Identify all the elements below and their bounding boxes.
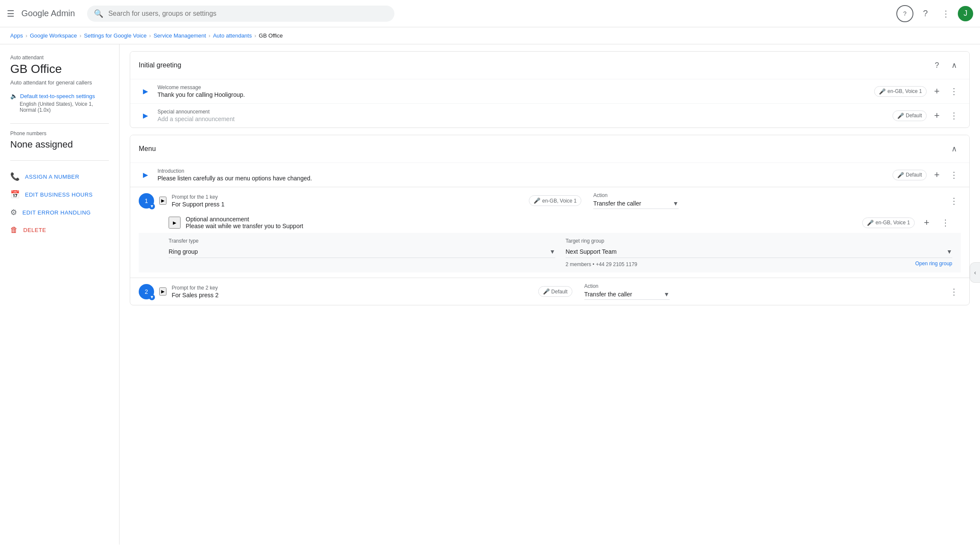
optional1-voice-chip[interactable]: 🎤 en-GB, Voice 1: [862, 217, 915, 228]
mic-icon: 🎤: [879, 88, 886, 95]
menu-collapse-button[interactable]: ∧: [947, 142, 961, 156]
edit-error-button[interactable]: ⚙ EDIT ERROR HANDLING: [10, 203, 109, 221]
tts-settings-link[interactable]: 🔈 Default text-to-speech settings: [10, 93, 109, 99]
transfer-type-label: Transfer type: [169, 238, 555, 244]
key2-dropdown-icon: ▼: [664, 291, 670, 298]
key2-badge[interactable]: 2 ▼: [139, 284, 154, 299]
key2-row: 2 ▼ ► Prompt for the 2 key For Sales pre…: [139, 283, 961, 300]
logo-area: Google Admin: [21, 9, 75, 18]
key1-voice-label: en-GB, Voice 1: [542, 198, 577, 204]
avatar[interactable]: J: [958, 6, 973, 21]
open-ring-group-link[interactable]: Open ring group: [915, 261, 952, 267]
transfer-type-select[interactable]: Ring group ▼: [169, 246, 555, 258]
phone-numbers-label: Phone numbers: [10, 130, 109, 136]
intro-more-button[interactable]: ⋮: [947, 168, 961, 182]
welcome-actions: 🎤 en-GB, Voice 1 + ⋮: [874, 84, 961, 98]
hours-label: EDIT BUSINESS HOURS: [25, 191, 93, 198]
welcome-text: Thank you for calling Hooligroup.: [158, 91, 869, 98]
sep4: ›: [209, 32, 210, 39]
calendar-icon: 📅: [10, 190, 20, 199]
collapse-icon-button[interactable]: ∧: [947, 58, 961, 72]
breadcrumb: Apps › Google Workspace › Settings for G…: [0, 27, 980, 44]
intro-text: Please listen carefully as our menu opti…: [158, 175, 887, 182]
sep5: ›: [254, 32, 256, 39]
play-key1-button[interactable]: ►: [159, 197, 166, 205]
play-intro-button[interactable]: ►: [139, 168, 152, 182]
divider1: [10, 123, 109, 124]
key1-optional-ann: ► Optional announcement Please wait whil…: [139, 212, 961, 233]
key1-dropdown-icon: ▼: [673, 200, 679, 207]
search-bar[interactable]: 🔍: [87, 6, 394, 22]
tts-sub: English (United States), Voice 1, Normal…: [10, 101, 109, 113]
key1-num: 1: [145, 197, 148, 204]
special-add-button[interactable]: +: [930, 109, 944, 122]
menu-header-icons: ∧: [947, 142, 961, 156]
menu-header[interactable]: Menu ∧: [130, 135, 969, 162]
key1-prompt-label: Prompt for the 1 key: [172, 194, 520, 200]
assign-label: ASSIGN A NUMBER: [25, 174, 79, 180]
help-icon-button[interactable]: ?: [930, 58, 944, 72]
intro-voice-label: Default: [906, 172, 922, 178]
special-actions: 🎤 Default + ⋮: [892, 109, 961, 122]
mic-icon-3: 🎤: [897, 172, 904, 178]
breadcrumb-workspace[interactable]: Google Workspace: [30, 32, 77, 39]
key1-more-button[interactable]: ⋮: [947, 194, 961, 208]
sidebar: Auto attendant GB Office Auto attendant …: [0, 44, 120, 545]
delete-button[interactable]: 🗑 DELETE: [10, 221, 109, 239]
key2-voice-chip[interactable]: 🎤 Default: [538, 286, 572, 297]
intro-row: ► Introduction Please listen carefully a…: [130, 162, 969, 187]
special-more-button[interactable]: ⋮: [947, 109, 961, 122]
key2-more-button[interactable]: ⋮: [947, 285, 961, 299]
menu-icon[interactable]: ☰: [7, 9, 15, 19]
help-button[interactable]: ?: [917, 5, 934, 22]
transfer-type-text: Ring group: [169, 248, 198, 255]
special-text[interactable]: Add a special announcement: [158, 116, 887, 122]
sep3: ›: [149, 32, 151, 39]
breadcrumb-auto[interactable]: Auto attendants: [213, 32, 252, 39]
help-badge-button[interactable]: ?: [896, 5, 913, 22]
intro-add-button[interactable]: +: [930, 168, 944, 182]
special-voice-chip[interactable]: 🎤 Default: [892, 110, 927, 121]
intro-voice-chip[interactable]: 🎤 Default: [892, 170, 927, 180]
special-announcement-row: ► Special announcement Add a special ann…: [130, 103, 969, 128]
transfer-dropdown-icon: ▼: [549, 248, 555, 255]
assign-number-button[interactable]: 📞 ASSIGN A NUMBER: [10, 168, 109, 186]
key1-prompt: Prompt for the 1 key For Support press 1: [172, 194, 520, 208]
optional1-add-button[interactable]: +: [920, 216, 933, 229]
key1-voice-chip[interactable]: 🎤 en-GB, Voice 1: [529, 195, 581, 206]
edit-hours-button[interactable]: 📅 EDIT BUSINESS HOURS: [10, 186, 109, 203]
target-group-field: Target ring group Next Support Team ▼ 2 …: [566, 238, 952, 267]
optional1-more-button[interactable]: ⋮: [939, 216, 952, 229]
key1-block: 1 ▼ ► Prompt for the 1 key For Support p…: [130, 187, 969, 278]
mic-icon-4: 🎤: [534, 197, 540, 204]
intro-content: Introduction Please listen carefully as …: [158, 168, 887, 182]
tts-label: Default text-to-speech settings: [20, 93, 95, 99]
initial-greeting-header[interactable]: Initial greeting ? ∧: [130, 52, 969, 79]
search-input[interactable]: [108, 10, 388, 17]
key2-action-select[interactable]: Transfer the caller ▼: [584, 289, 670, 300]
welcome-add-button[interactable]: +: [930, 84, 944, 98]
play-optional1-button[interactable]: ►: [169, 217, 181, 229]
key2-action: Action Transfer the caller ▼: [584, 283, 942, 300]
play-key2-button[interactable]: ►: [159, 287, 166, 296]
header-icons: ? ∧: [930, 58, 961, 72]
collapse-right-icon: ‹: [974, 269, 976, 276]
key1-badge[interactable]: 1 ▼: [139, 193, 154, 209]
welcome-more-button[interactable]: ⋮: [947, 84, 961, 98]
breadcrumb-voice[interactable]: Settings for Google Voice: [84, 32, 147, 39]
key1-action-select[interactable]: Transfer the caller ▼: [593, 198, 679, 209]
app-title: Google Admin: [21, 9, 75, 18]
mic-icon-2: 🎤: [897, 113, 904, 119]
play-welcome-button[interactable]: ►: [139, 84, 152, 98]
trash-icon: 🗑: [10, 226, 18, 235]
right-panel-toggle[interactable]: ‹: [970, 262, 980, 283]
welcome-content: Welcome message Thank you for calling Ho…: [158, 84, 869, 98]
play-special-button[interactable]: ►: [139, 109, 152, 122]
welcome-message-row: ► Welcome message Thank you for calling …: [130, 79, 969, 103]
breadcrumb-service[interactable]: Service Management: [154, 32, 206, 39]
apps-button[interactable]: ⋮: [937, 5, 954, 22]
welcome-voice-chip[interactable]: 🎤 en-GB, Voice 1: [874, 86, 927, 97]
breadcrumb-apps[interactable]: Apps: [10, 32, 23, 39]
key1-action-text: Transfer the caller: [593, 200, 641, 207]
target-group-select[interactable]: Next Support Team ▼: [566, 246, 952, 258]
